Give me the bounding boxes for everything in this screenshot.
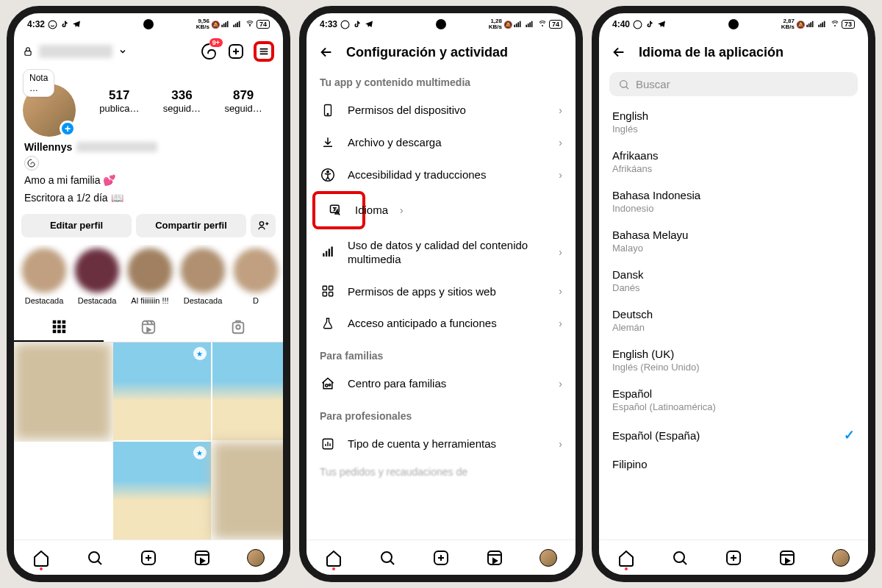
wifi-icon (537, 20, 548, 29)
highlight-item[interactable]: Al fiiiiiiin !!! (127, 248, 173, 305)
mute-icon: 🔕 (211, 21, 220, 29)
stat-followers[interactable]: 336 seguid… (163, 88, 201, 114)
svg-rect-19 (53, 330, 57, 334)
back-button[interactable] (318, 44, 334, 60)
row-early-access[interactable]: Acceso anticipado a funciones › (306, 307, 576, 340)
svg-rect-59 (808, 24, 810, 27)
nav-home[interactable] (324, 548, 343, 567)
bio-line-2: Escritora a 1/2 día 📖 (14, 190, 283, 207)
threads-button[interactable]: 9+ (199, 41, 220, 62)
nav-search[interactable] (85, 548, 104, 567)
svg-rect-45 (329, 249, 330, 257)
language-option[interactable]: Bahasa MelayuMalayo (599, 221, 868, 261)
chevron-right-icon: › (559, 169, 562, 181)
nav-home[interactable] (32, 548, 51, 567)
language-option[interactable]: DeutschAlemán (599, 301, 868, 340)
search-placeholder: Buscar (636, 78, 670, 90)
chevron-down-icon[interactable] (118, 47, 127, 56)
battery-icon: 74 (257, 20, 270, 29)
signal-icon (221, 20, 232, 29)
nav-reels[interactable] (485, 548, 504, 567)
phone-icon (320, 103, 336, 118)
tiktok-icon (60, 20, 69, 29)
edit-profile-button[interactable]: Editar perfil (21, 214, 132, 237)
bottom-nav (306, 539, 576, 575)
post-thumbnail[interactable]: ❐ (212, 343, 283, 440)
tab-grid[interactable] (14, 312, 104, 342)
tab-reels[interactable] (104, 312, 193, 342)
chart-icon (320, 437, 336, 451)
apps-icon (320, 284, 336, 298)
bottom-nav (14, 539, 283, 575)
wifi-icon (245, 20, 255, 29)
language-option[interactable]: Bahasa IndonesiaIndonesio (599, 182, 868, 221)
section-header: Tu app y contenido multimedia (306, 66, 576, 94)
svg-rect-36 (531, 21, 533, 27)
nav-profile[interactable] (831, 548, 850, 567)
nav-home[interactable] (617, 548, 636, 567)
svg-rect-17 (57, 325, 61, 329)
row-apps-websites[interactable]: Permisos de apps y sitios web › (306, 276, 576, 308)
whatsapp-icon (633, 20, 642, 29)
language-option[interactable]: EspañolEspañol (Latinoamérica) (599, 380, 868, 420)
stat-posts[interactable]: 517 publica… (99, 88, 139, 114)
row-data-usage[interactable]: Uso de datos y calidad del contenido mul… (306, 229, 576, 276)
svg-rect-5 (233, 25, 234, 27)
note-bubble[interactable]: Nota … (23, 69, 54, 97)
threads-link-badge[interactable] (24, 156, 39, 171)
signal-icon-2 (818, 20, 828, 29)
svg-rect-65 (824, 21, 825, 27)
svg-rect-62 (818, 25, 820, 27)
highlight-item[interactable]: Destacada (74, 248, 120, 305)
nav-create[interactable] (724, 548, 743, 567)
language-option[interactable]: Filipino (599, 451, 868, 478)
chevron-right-icon: › (559, 137, 562, 148)
nav-search[interactable] (670, 548, 689, 567)
svg-rect-23 (233, 323, 244, 334)
svg-point-24 (236, 325, 240, 329)
language-option-selected[interactable]: Español (España) ✓ (599, 420, 868, 451)
row-account-type[interactable]: Tipo de cuenta y herramientas › (306, 428, 576, 460)
row-family-center[interactable]: Centro para familias › (306, 368, 576, 400)
share-profile-button[interactable]: Compartir perfil (136, 214, 246, 237)
nav-profile[interactable] (246, 548, 265, 567)
highlight-item[interactable]: Destacada (21, 248, 67, 305)
language-option[interactable]: EnglishInglés (599, 102, 868, 142)
username-blurred[interactable] (39, 45, 112, 58)
status-time: 4:40 (612, 19, 630, 29)
svg-rect-33 (526, 25, 527, 27)
search-input[interactable]: Buscar (609, 72, 858, 96)
row-language[interactable]: Idioma › (312, 191, 365, 229)
post-thumbnail[interactable]: ★ (113, 442, 211, 539)
post-thumbnail[interactable]: ★ (113, 343, 211, 440)
language-option[interactable]: English (UK)Inglés (Reino Unido) (599, 340, 868, 380)
row-accessibility[interactable]: Accesibilidad y traducciones › (306, 159, 576, 191)
post-thumbnail[interactable] (14, 442, 112, 539)
discover-people-button[interactable] (251, 214, 276, 237)
tab-tagged[interactable] (193, 312, 283, 342)
highlight-item[interactable]: Destacada (180, 248, 226, 305)
svg-point-0 (49, 21, 57, 29)
add-story-icon[interactable]: + (60, 121, 76, 137)
nav-reels[interactable] (193, 548, 212, 567)
svg-rect-8 (239, 21, 240, 27)
section-header: Para profesionales (306, 400, 576, 428)
row-archive-download[interactable]: Archivo y descarga › (306, 126, 576, 159)
create-button[interactable] (226, 41, 246, 62)
row-device-permissions[interactable]: Permisos del dispositivo › (306, 94, 576, 126)
nav-create[interactable] (139, 548, 158, 567)
nav-search[interactable] (378, 548, 397, 567)
language-option[interactable]: AfrikaansAfrikáans (599, 142, 868, 182)
highlight-item[interactable]: D (233, 248, 279, 305)
menu-button[interactable] (254, 41, 274, 62)
back-button[interactable] (611, 44, 627, 60)
telegram-icon (657, 20, 666, 29)
post-thumbnail[interactable] (14, 343, 112, 440)
language-option[interactable]: DanskDanés (599, 261, 868, 301)
nav-reels[interactable] (778, 548, 797, 567)
stat-following[interactable]: 879 seguid… (224, 88, 262, 114)
nav-create[interactable] (431, 548, 451, 567)
nav-profile[interactable] (539, 548, 558, 567)
post-thumbnail[interactable] (212, 442, 283, 539)
pin-icon: ★ (193, 347, 207, 360)
